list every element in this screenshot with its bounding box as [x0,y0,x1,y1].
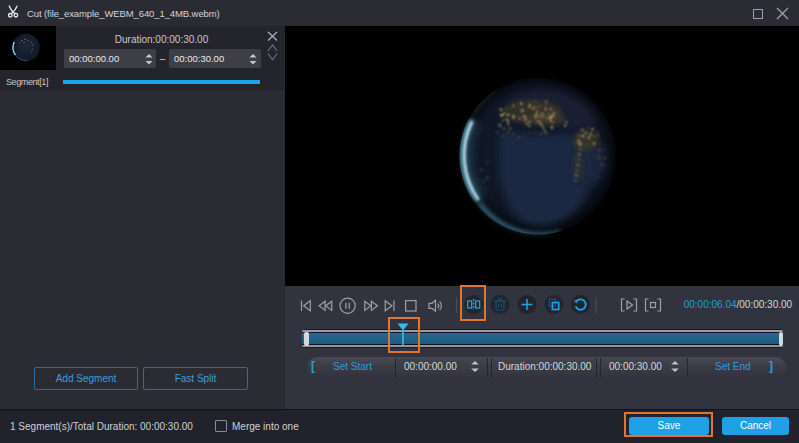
svg-text:/00:00:30.00: /00:00:30.00 [737,299,793,310]
svg-text:00:00:06.04: 00:00:06.04 [684,299,737,310]
